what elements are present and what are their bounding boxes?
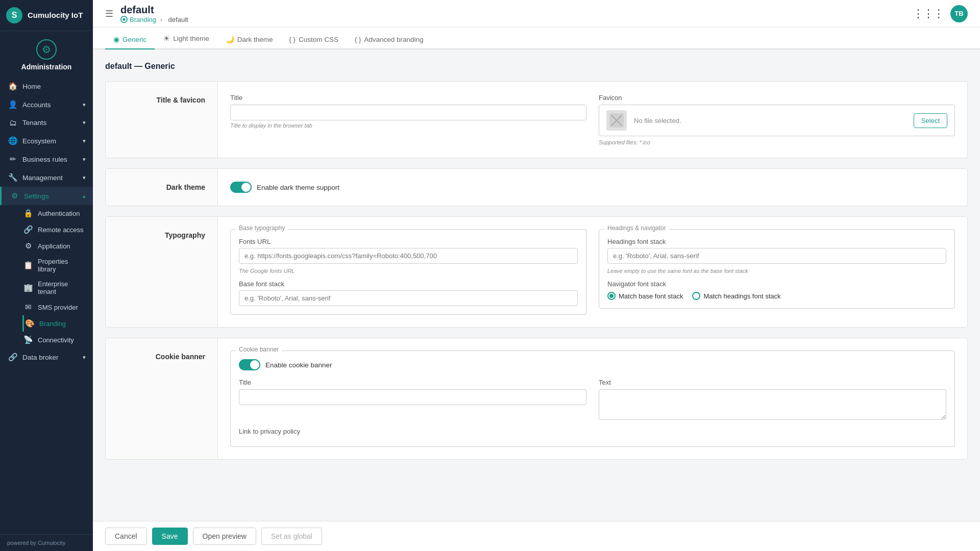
sidebar-item-business-rules[interactable]: ✏ Business rules ▾ [0,150,93,168]
tab-advanced-branding[interactable]: { } Advanced branding [347,30,432,49]
dark-theme-toggle[interactable] [230,182,252,193]
grid-icon[interactable]: ⋮⋮⋮ [913,7,943,20]
enterprise-icon: 🏢 [22,283,34,292]
radio-match-headings-dot [692,292,700,300]
branding-icon: 🎨 [24,319,35,328]
sidebar-item-home-label: Home [22,83,86,90]
sidebar-item-settings[interactable]: ⚙ Settings ▴ [0,187,93,205]
sms-icon: ✉ [22,303,34,312]
accounts-icon: 👤 [7,100,18,109]
set-as-global-button[interactable]: Set as global [261,528,322,545]
headings-navigator-fieldset: Headings & navigator Headings font stack… [599,229,955,309]
advanced-branding-tab-icon: { } [355,36,361,43]
sidebar-item-data-broker[interactable]: 🔗 Data broker ▾ [0,348,93,366]
title-input[interactable] [230,105,586,120]
fonts-url-input[interactable] [239,248,578,264]
cancel-button[interactable]: Cancel [105,528,147,545]
navigator-font-radio-group: Match base font stack Match headings fon… [607,292,946,300]
favicon-placeholder-icon [606,110,627,131]
favicon-no-file-text: No file selected. [634,117,906,124]
title-favicon-cols: Title Title to display in the browser ta… [230,94,955,145]
cookie-banner-label: Cookie banner [156,353,205,361]
dark-theme-toggle-label: Enable dark theme support [257,184,339,191]
sidebar-item-management-label: Management [22,174,81,182]
navigator-font-label: Navigator font stack [607,280,946,288]
title-hint: Title to display in the browser tab [230,122,586,129]
admin-label: Administration [21,63,72,71]
breadcrumb-parent[interactable]: Branding [130,16,156,23]
tab-light-theme[interactable]: ☀ Light theme [155,28,217,49]
sidebar-item-branding[interactable]: 🎨 Branding [22,315,93,332]
sidebar-item-tenants[interactable]: 🗂 Tenants ▾ [0,114,93,132]
admin-icon: ⚙ [36,39,57,60]
cookie-text-input[interactable] [599,389,946,420]
application-icon: ⚙ [22,241,34,251]
base-typography-legend: Base typography [236,224,288,232]
sidebar-item-authentication[interactable]: 🔒 Authentication [22,205,93,221]
topbar: ☰ default Branding › default ⋮⋮⋮ TB [93,0,980,28]
headings-font-input[interactable] [607,248,946,264]
data-broker-icon: 🔗 [7,353,18,362]
app-logo: S [6,7,22,23]
chevron-down-icon: ▾ [83,102,86,108]
sidebar-item-application-label: Application [38,242,86,250]
open-preview-button[interactable]: Open preview [193,528,256,545]
cookie-text-col: Text [599,379,946,421]
tab-generic[interactable]: ◉ Generic [105,29,155,49]
generic-tab-icon: ◉ [113,35,119,43]
sidebar-footer: powered by Cumulocity [0,534,93,551]
sidebar-item-management[interactable]: 🔧 Management ▾ [0,168,93,187]
cookie-title-label: Title [239,379,586,386]
sidebar-item-properties-library[interactable]: 📋 Properties library [22,254,93,277]
cookie-title-col: Title [239,379,586,421]
sidebar-item-connectivity-label: Connectivity [38,336,86,344]
fonts-url-hint: The Google fonts URL [239,268,578,274]
sidebar-item-properties-label: Properties library [38,258,86,273]
headings-navigator-col: Headings & navigator Headings font stack… [599,229,955,315]
sidebar-item-ecosystem[interactable]: 🌐 Ecosystem ▾ [0,132,93,150]
sidebar: S Cumulocity IoT ⚙ Administration 🏠 Home… [0,0,93,551]
radio-match-base[interactable]: Match base font stack [607,292,683,300]
sidebar-item-connectivity[interactable]: 📡 Connectivity [22,332,93,348]
favicon-select-button[interactable]: Select [914,113,947,128]
sidebar-item-enterprise-tenant[interactable]: 🏢 Enterprise tenant [22,277,93,299]
title-field-label: Title [230,94,586,102]
tab-dark-theme[interactable]: 🌙 Dark theme [217,29,281,49]
admin-section: ⚙ Administration [0,31,93,75]
save-button[interactable]: Save [152,528,188,545]
cookie-title-input[interactable] [239,389,586,405]
headings-font-label: Headings font stack [607,238,946,245]
sidebar-item-sms-provider[interactable]: ✉ SMS provider [22,299,93,315]
sidebar-item-settings-label: Settings [24,192,81,200]
tenants-icon: 🗂 [7,118,18,127]
sidebar-item-enterprise-label: Enterprise tenant [38,280,86,295]
light-theme-tab-icon: ☀ [163,34,170,43]
sidebar-item-ecosystem-label: Ecosystem [22,137,81,145]
menu-icon[interactable]: ☰ [105,8,113,19]
favicon-supported-text: Supported files: *.ico [599,139,955,145]
cookie-banner-fields: Title Text [239,379,946,421]
sidebar-item-remote-access[interactable]: 🔗 Remote access [22,221,93,238]
fonts-url-label: Fonts URL [239,238,578,245]
radio-match-headings[interactable]: Match headings font stack [692,292,780,300]
typography-section: Typography Base typography Fonts URL The… [105,216,968,328]
favicon-box: No file selected. Select [599,105,955,136]
sidebar-item-application[interactable]: ⚙ Application [22,238,93,254]
dark-theme-toggle-row: Enable dark theme support [230,182,339,193]
radio-match-headings-label: Match headings font stack [703,292,780,300]
sidebar-item-authentication-label: Authentication [38,210,86,217]
title-favicon-section: Title & favicon Title Title to display i… [105,81,968,158]
sidebar-item-tenants-label: Tenants [22,119,81,127]
base-font-input[interactable] [239,290,578,306]
cookie-banner-toggle[interactable] [239,359,260,370]
main-area: ☰ default Branding › default ⋮⋮⋮ TB ◉ Ge… [93,0,980,551]
sidebar-item-home[interactable]: 🏠 Home [0,77,93,95]
tab-custom-css[interactable]: { } Custom CSS [281,30,347,49]
base-font-label: Base font stack [239,280,578,288]
cookie-banner-legend: Cookie banner [236,346,282,353]
user-avatar[interactable]: TB [950,5,968,22]
chevron-up-icon: ▴ [83,193,86,199]
sidebar-item-accounts[interactable]: 👤 Accounts ▾ [0,95,93,114]
authentication-icon: 🔒 [22,209,34,218]
favicon-col: Favicon No file selected. Select [599,94,955,145]
